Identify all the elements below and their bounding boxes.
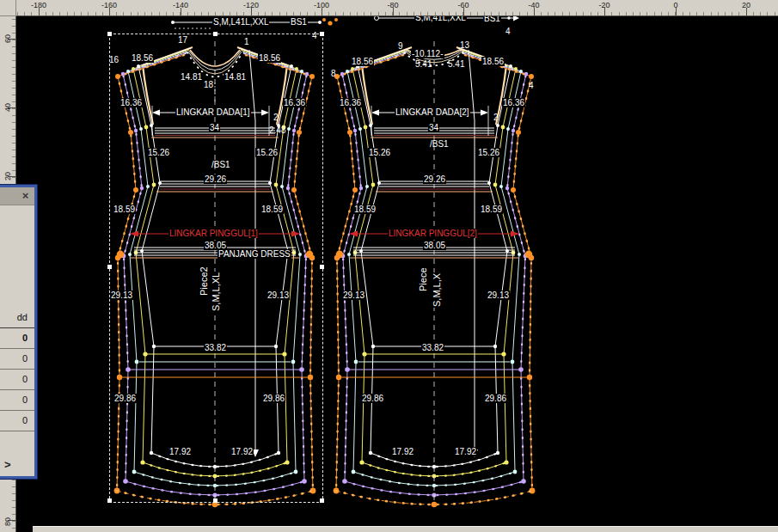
- dimension-lingkar-dada-2: LINGKAR DADA[2]: [395, 107, 470, 117]
- ruler-tick-label: -140: [173, 1, 188, 9]
- grid-cell[interactable]: 0: [0, 411, 34, 431]
- point-number: 8: [330, 69, 337, 78]
- expand-arrow-icon[interactable]: >: [4, 458, 11, 471]
- measure-side-left: 15.26: [368, 148, 391, 157]
- measure-hem-right: 17.92: [454, 447, 477, 456]
- panel-grid: dd 0 0 0 0 0: [0, 308, 34, 431]
- measure-calf-right: 29.86: [484, 394, 507, 403]
- horizontal-scrollbar[interactable]: [33, 526, 778, 532]
- measure-bust: 34: [428, 123, 439, 132]
- ruler-tick-label: -60: [457, 1, 469, 9]
- point-number: 13: [459, 40, 470, 50]
- ruler-tick-label: 20: [742, 1, 750, 9]
- size-set-num-2: 4: [505, 27, 512, 36]
- ruler-tick-label: -160: [101, 1, 117, 9]
- ruler-tick-label: -100: [314, 1, 329, 9]
- marquee-handle-e[interactable]: [320, 265, 324, 269]
- marquee-handle-s[interactable]: [213, 498, 217, 503]
- measure-armhole-right: 16.36: [502, 98, 525, 107]
- marquee-handle-se[interactable]: [320, 498, 324, 503]
- ruler-tick-label: -180: [31, 1, 46, 9]
- dimension-lingkar-pinggul-2: LINGKAR PINGGUL[2]: [388, 229, 478, 238]
- ruler-tick-label: 60: [3, 34, 12, 43]
- ruler-tick-label: -40: [528, 1, 539, 9]
- tool-panel-titlebar[interactable]: ×: [0, 187, 34, 205]
- ruler-tick-label: 80: [3, 517, 12, 526]
- piece-sizes: S,M,L,X: [432, 272, 442, 308]
- grid-cell[interactable]: 0: [0, 328, 34, 349]
- point-number: 4: [528, 81, 535, 90]
- measure-waist-right: 18.59: [480, 205, 503, 214]
- grid-header: dd: [0, 308, 34, 328]
- marquee-handle-sw[interactable]: [107, 498, 112, 503]
- ruler-tick-label: -80: [387, 1, 398, 9]
- measure-shoulder-right: 18.56: [481, 57, 505, 66]
- point-number: 9: [397, 41, 404, 51]
- measure-neck-right: 5.41: [447, 59, 465, 69]
- marquee-handle-n[interactable]: [213, 32, 217, 36]
- grid-cell[interactable]: 0: [0, 390, 34, 411]
- marquee-handle-ne[interactable]: [320, 32, 324, 36]
- measure-underbust: 29.26: [423, 174, 446, 184]
- measure-thigh-left: 29.13: [342, 290, 365, 300]
- measure-waist-left: 18.59: [353, 205, 377, 214]
- measure-hem-left: 17.92: [391, 447, 414, 456]
- marquee-handle-nw[interactable]: [107, 32, 112, 36]
- measure-armhole-left: 16.36: [339, 98, 362, 107]
- point-number: 2: [493, 113, 499, 122]
- measure-thigh-right: 29.13: [487, 290, 510, 300]
- grid-cell[interactable]: 0: [0, 349, 34, 370]
- ruler-tick-label: -120: [243, 1, 259, 9]
- close-icon[interactable]: ×: [19, 189, 32, 202]
- ruler-tick-label: 0: [673, 1, 677, 9]
- measure-side-right: 15.26: [477, 148, 500, 157]
- piece-name: Piece: [419, 266, 428, 292]
- ruler-tick-label: -20: [598, 1, 610, 9]
- marquee-handle-w[interactable]: [107, 265, 112, 269]
- horizontal-ruler: -180 -160 -140 -120 -100 -80 -60 -40 -20…: [15, 0, 778, 16]
- size-set-ref-1: BS1: [290, 17, 308, 27]
- tool-panel[interactable]: × dd 0 0 0 0 0 >: [0, 185, 37, 479]
- size-set-label-1: S,M,L41L,XXL: [212, 17, 269, 27]
- measure-hip: 38.05: [423, 241, 446, 250]
- measure-calf-left: 29.86: [361, 394, 384, 403]
- ruler-corner: [0, 0, 16, 16]
- measure-knee: 33.82: [421, 343, 444, 352]
- ruler-tick-label: 20: [3, 172, 12, 180]
- measure-shoulder-left: 18.56: [351, 57, 374, 66]
- baseline-label: /BS1: [429, 139, 450, 149]
- ruler-tick-label: 40: [3, 103, 12, 112]
- measure-neck-left: 5.41: [414, 59, 432, 69]
- selection-marquee[interactable]: [109, 34, 323, 503]
- pattern-cad-screen: S,M,L41L,XXL BS1 4 S,M,41L,XXL BS1 4 16 …: [0, 0, 778, 532]
- measure-back-neck: -10.112-: [411, 49, 444, 58]
- grid-cell[interactable]: 0: [0, 370, 34, 390]
